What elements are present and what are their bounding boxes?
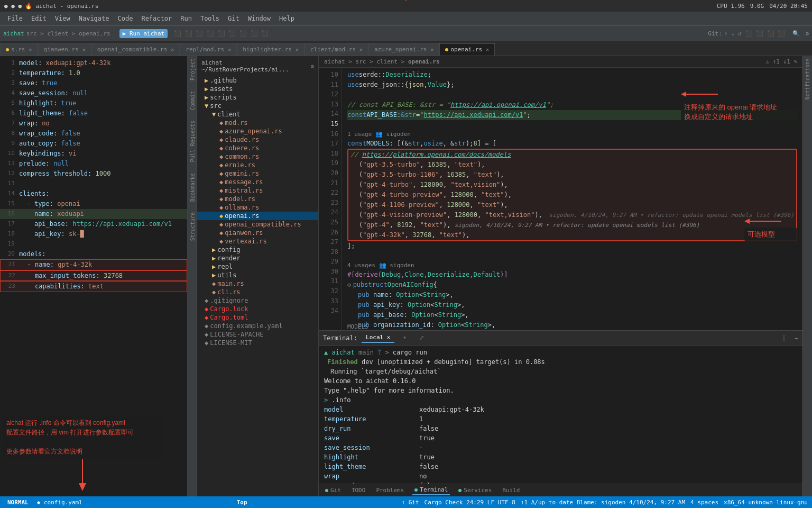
menu-file[interactable]: File (4, 14, 26, 23)
tree-repl-folder[interactable]: ▶ repl (197, 262, 318, 271)
menu-window[interactable]: Window (245, 14, 274, 23)
tab-s-rs[interactable]: s.rs✕ (0, 43, 38, 56)
window-title: aichat - openai.rs (35, 3, 98, 10)
usage-hint-28: 4 usages 👥 sigoden (347, 261, 797, 270)
tree-scripts[interactable]: ▶ scripts (197, 93, 318, 102)
line-26: ]; (347, 241, 797, 251)
search-icon-toolbar[interactable]: 🔍 (792, 30, 800, 37)
tree-cargo-toml[interactable]: ◆ Cargo.toml (197, 313, 318, 322)
menu-edit[interactable]: Edit (28, 14, 50, 23)
left-side-strip: Project Commit Pull Requests Bookmarks S… (188, 56, 197, 496)
project-dropdown[interactable]: aichat (3, 30, 24, 37)
tab-client-mod[interactable]: client/mod.rs✕ (304, 43, 368, 56)
tree-assets[interactable]: ▶ assets (197, 85, 318, 93)
tree-vertexai[interactable]: ◆ vertexai.rs (197, 237, 318, 246)
pull-requests-label[interactable]: Pull Requests (190, 121, 196, 162)
tree-utils-folder[interactable]: ▶ utils (197, 271, 318, 279)
tree-cli-rs[interactable]: ◆ cli.rs (197, 288, 318, 296)
tree-options[interactable]: ⚙ (310, 63, 314, 70)
tree-openai-compatible[interactable]: ◆ openai_compatible.rs (197, 220, 318, 229)
menu-git[interactable]: Git (225, 14, 243, 23)
line-32: pub api_base: Option<String>, (347, 310, 797, 320)
tree-cohere[interactable]: ◆ cohere.rs (197, 144, 318, 152)
terminal-close-icon[interactable]: − (795, 334, 798, 342)
bookmarks-label[interactable]: Bookmarks (190, 173, 196, 202)
tree-azure-openai[interactable]: ◆ azure_openai.rs (197, 127, 318, 135)
bottom-tab-build[interactable]: Build (500, 486, 522, 495)
code-content[interactable]: 1011121314 15 1617181920 2122232425 2627… (319, 68, 802, 330)
tree-gitignore[interactable]: ◆ .gitignore (197, 296, 318, 305)
line-20: ("gpt-4-turbo", 128000, "text,vision"), (350, 180, 794, 190)
bottom-tab-terminal[interactable]: Terminal (412, 485, 450, 495)
tab-openai-compatible[interactable]: openai_compatible.rs✕ (91, 43, 180, 56)
tree-github[interactable]: ▶ .github (197, 76, 318, 85)
bottom-tab-services[interactable]: Services (456, 486, 494, 495)
tree-src[interactable]: ▼ src (197, 102, 318, 110)
term-welcome: Welcome to aichat 0.16.0 (324, 376, 797, 386)
menu-code[interactable]: Code (115, 14, 136, 23)
structure-label[interactable]: Structure (190, 212, 196, 241)
tab-qianwen[interactable]: qianwen.rs✕ (38, 43, 91, 56)
tree-config-folder[interactable]: ▶ config (197, 246, 318, 254)
tree-claude[interactable]: ◆ claude.rs (197, 135, 318, 144)
commit-label[interactable]: Commit (190, 91, 196, 110)
line-11: use serde_json::{json, Value}; (347, 80, 797, 90)
tree-model[interactable]: ◆ model.rs (197, 195, 318, 203)
bottom-tab-todo[interactable]: TODO (349, 486, 368, 495)
tab-azure-openai[interactable]: azure_openai.rs✕ (368, 43, 439, 56)
terminal-content[interactable]: ▲ aichat main ᛘ > cargo run Finished dev… (319, 346, 802, 484)
usage-hint-16: 1 usage 👥 sigoden (347, 130, 797, 139)
tree-common[interactable]: ◆ common.rs (197, 152, 318, 161)
tree-render-folder[interactable]: ▶ render (197, 254, 318, 262)
line-24: ("gpt-4", 8192, "text"), sigoden, 4/10/2… (350, 220, 794, 230)
menu-tools[interactable]: Tools (197, 14, 223, 23)
tree-openai-rs-active[interactable]: ◆ openai.rs (197, 212, 318, 220)
path-indicator: src > client > openai.rs (26, 30, 110, 37)
run-button[interactable]: ▶ Run aichat (119, 29, 168, 38)
bottom-tab-git[interactable]: Git (323, 486, 343, 495)
tree-mod-rs[interactable]: ◆ mod.rs (197, 119, 318, 127)
menu-view[interactable]: View (52, 14, 73, 23)
file-tree-panel: aichat ~/RustRoverProjects/ai... ⚙ ▶ .gi… (197, 56, 319, 496)
notifications-label[interactable]: Notifications (805, 58, 810, 99)
bottom-tab-bar: Git TODO Problems Terminal Services Buil… (319, 484, 802, 496)
tree-ollama[interactable]: ◆ ollama.rs (197, 203, 318, 212)
menu-refactor[interactable]: Refactor (138, 14, 175, 23)
menu-navigate[interactable]: Navigate (76, 14, 113, 23)
tree-mistral[interactable]: ◆ mistral.rs (197, 186, 318, 195)
tree-message[interactable]: ◆ message.rs (197, 178, 318, 186)
line-30: pub name: Option<String>, (347, 290, 797, 300)
toolbar-icons: ⬛ ⬛ ⬛ ⬛ ⬛ ⬛ ⬛ ⬛ ⬛ (174, 30, 269, 37)
settings-icon-toolbar[interactable]: ⚙ (805, 30, 809, 37)
line-16: const MODELS: [(&str, usize, &str); 8] =… (347, 139, 797, 149)
main-layout: 1model: xeduapi:gpt-4-32k 2temperature: … (0, 56, 812, 496)
terminal-tab-add[interactable]: + (399, 333, 411, 342)
cargo-check: Cargo Check 24:29 LF UTF-8 (425, 499, 515, 506)
line-25: ("gpt-4-32k", 32768, "text"), (350, 230, 794, 240)
tree-cargo-lock[interactable]: ◆ Cargo.lock (197, 305, 318, 313)
terminal-menu-icon[interactable]: ⋮ (781, 334, 787, 342)
tree-main-rs[interactable]: ◆ main.rs (197, 279, 318, 288)
terminal-tab-local[interactable]: Local ✕ (362, 333, 394, 343)
tree-license-apache[interactable]: ◆ LICENSE-APACHE (197, 330, 318, 339)
tree-client-folder[interactable]: ▼ client (197, 110, 318, 119)
left-config-panel: 1model: xeduapi:gpt-4-32k 2temperature: … (0, 56, 188, 496)
menu-run[interactable]: Run (177, 14, 195, 23)
tree-license-mit[interactable]: ◆ LICENSE-MIT (197, 339, 318, 347)
tab-highlighter[interactable]: highlighter.rs✕ (237, 43, 304, 56)
term-kv-dryrun: dry_runfalse (324, 424, 797, 433)
tab-repl-mod[interactable]: repl/mod.rs✕ (180, 43, 237, 56)
menu-help[interactable]: Help (276, 14, 298, 23)
git-icons[interactable]: ↑ ↓ ↺ ⬛ ⬛ ⬛ ⬛ (724, 30, 786, 37)
right-panel: aichat > src > client > openai.rs ⚠ ↑1 ↓… (319, 56, 802, 496)
tab-openai-rs[interactable]: openai.rs✕ (439, 43, 495, 56)
line-19: ("gpt-3.5-turbo-1106", 16385, "text"), (350, 170, 794, 180)
tree-ernie[interactable]: ◆ ernie.rs (197, 161, 318, 169)
terminal-tab-expand[interactable]: ⤢ (415, 333, 428, 342)
bottom-tab-problems[interactable]: Problems (374, 486, 406, 495)
tree-config-yaml[interactable]: ◆ config.example.yaml (197, 322, 318, 330)
tree-gemini[interactable]: ◆ gemini.rs (197, 169, 318, 178)
term-help-hint: Type ".help" for more information. (324, 386, 797, 395)
project-label[interactable]: Project (190, 58, 196, 80)
tree-qianwen[interactable]: ◆ qianwen.rs (197, 229, 318, 237)
